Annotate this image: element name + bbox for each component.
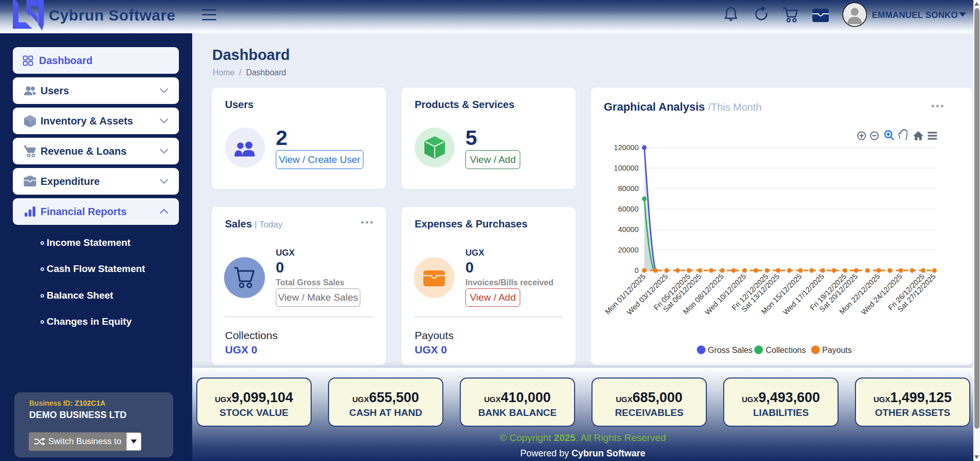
svg-text:80000: 80000 [618, 184, 639, 193]
svg-text:60000: 60000 [618, 205, 639, 213]
svg-text:Collections: Collections [766, 346, 806, 354]
svg-text:Mon 01/12/2025: Mon 01/12/2025 [603, 272, 647, 316]
svg-text:Payouts: Payouts [822, 346, 852, 354]
svg-text:40000: 40000 [618, 225, 639, 234]
svg-text:120000: 120000 [614, 143, 639, 152]
svg-text:Gross Sales: Gross Sales [708, 346, 752, 354]
svg-text:0: 0 [635, 266, 639, 275]
svg-text:20000: 20000 [618, 246, 639, 254]
svg-text:100000: 100000 [614, 164, 639, 172]
